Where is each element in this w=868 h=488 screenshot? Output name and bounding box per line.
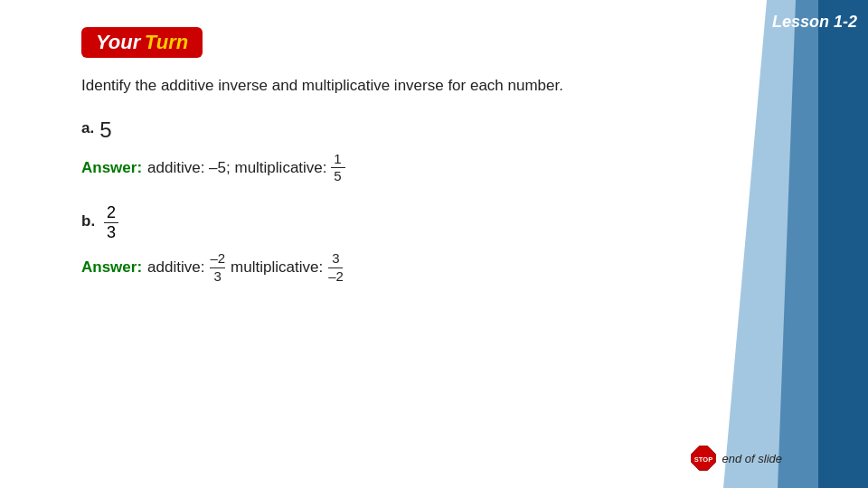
answer-a-label: Answer:	[81, 159, 142, 177]
part-b-line: b. 2 3	[81, 204, 660, 243]
answer-a-fraction-den: 5	[331, 168, 345, 184]
answer-a-text: additive: –5; multiplicative:	[147, 159, 326, 177]
turn-text: Turn	[145, 31, 188, 53]
answer-a-fraction: 1 5	[331, 152, 345, 184]
part-a-line: a. 5	[81, 117, 660, 143]
answer-b-text-before: additive:	[147, 258, 204, 277]
answer-b-multiplicative-fraction: 3 –2	[328, 251, 344, 284]
lesson-label: Lesson 1-2	[772, 13, 857, 32]
part-b-fraction-num: 2	[104, 204, 118, 224]
answer-b-additive-fraction: –2 3	[210, 251, 225, 284]
part-a-label: a.	[81, 119, 94, 137]
part-b-label: b.	[81, 212, 95, 230]
answer-b-label: Answer:	[81, 258, 142, 277]
answer-a-line: Answer: additive: –5; multiplicative: 1 …	[81, 152, 660, 184]
instruction-text: Identify the additive inverse and multip…	[81, 74, 660, 98]
part-a-value: 5	[99, 117, 111, 143]
stop-icon: STOP	[690, 445, 717, 472]
answer-b-multiplicative-den: –2	[328, 268, 344, 285]
end-of-slide-area: STOP end of slide	[690, 445, 783, 472]
svg-text:STOP: STOP	[693, 455, 712, 464]
end-of-slide-label: end of slide	[722, 452, 783, 465]
answer-b-line: Answer: additive: –2 3 multiplicative: 3…	[81, 251, 660, 284]
your-turn-badge: Your Turn	[81, 27, 203, 58]
answer-b-additive-den: 3	[211, 268, 225, 285]
answer-b-additive-num: –2	[210, 251, 225, 268]
background-decoration	[669, 0, 868, 488]
part-b-fraction-den: 3	[104, 223, 118, 242]
your-text: Your	[96, 31, 140, 53]
main-content: Your Turn Identify the additive inverse …	[81, 27, 660, 304]
answer-b-text-after: multiplicative:	[231, 258, 323, 277]
answer-a-fraction-num: 1	[331, 152, 345, 169]
part-b-fraction: 2 3	[104, 204, 118, 243]
answer-b-multiplicative-num: 3	[328, 251, 343, 268]
